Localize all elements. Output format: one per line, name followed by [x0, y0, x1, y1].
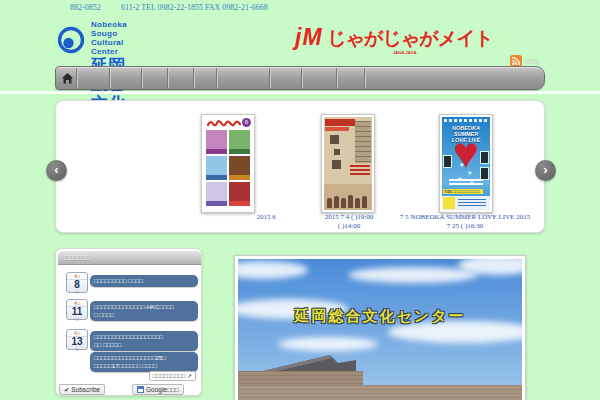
poster1-tile	[229, 156, 250, 180]
building-wall	[238, 385, 522, 400]
poster1-tile	[206, 130, 227, 154]
poster1-tile	[206, 182, 227, 206]
poster2-title-art	[330, 135, 339, 144]
event-item[interactable]: □□□□□□□□□□□□□□□□□□□ □□ □□□□□	[90, 331, 198, 351]
nav-divider	[336, 68, 338, 88]
poster1-title-art	[206, 118, 246, 128]
main-nav	[55, 66, 545, 90]
poster3-footer-text	[458, 199, 486, 207]
poster2-text-block	[350, 165, 370, 177]
poster3-topline	[444, 119, 488, 122]
google-calendar-button[interactable]: Google□□□	[132, 384, 184, 395]
nav-divider	[301, 68, 303, 88]
poster2-title-art	[334, 149, 340, 155]
home-icon[interactable]	[61, 72, 74, 85]
jagajaga-subtext: JAGA-JAGA	[393, 50, 417, 55]
poster1-tile	[206, 156, 227, 180]
poster-summer-love-live[interactable]: NOBEOKA SUMMER LOVE LIVE ♥♥♥♥♥ 7/25 □□□□…	[439, 114, 493, 213]
event-calendar-widget: □□□□□□ 4□ 8 □ □□□□□□□□□ □□□□ 4□ 11 □ □□□…	[55, 248, 202, 396]
main-photo-frame: 延岡総合文化センター	[234, 255, 526, 400]
poster2-cast-photo	[324, 184, 372, 210]
jagajaga-prefix: jM	[295, 24, 323, 50]
poster-hotaru-no-koro[interactable]	[321, 114, 375, 213]
carousel-next-button[interactable]: ›	[535, 160, 556, 181]
poster2-banner2	[325, 127, 349, 131]
google-calendar-icon	[137, 386, 144, 393]
event-carousel: ‹ › 6	[55, 100, 545, 233]
badge-day: 13	[67, 337, 87, 347]
calendar-widget-header: □□□□□□	[58, 251, 201, 265]
nav-divider	[109, 68, 111, 88]
rss-label: RSS	[525, 58, 539, 65]
carousel-prev-button[interactable]: ‹	[46, 160, 67, 181]
event-item[interactable]: □□□□□□□□□ □□□□	[90, 275, 198, 287]
google-calendar-label: Google□□□	[146, 385, 179, 394]
subscribe-button[interactable]: ✔ Subscribe	[59, 384, 105, 395]
event-item[interactable]: □□□□□□□□□□□□□□-HKC□□□□ □ □□□□	[90, 301, 198, 321]
caption-slide-3[interactable]: 7 5 NOBEOKA SUMMER LOVE LIVE 2015 7 25 (…	[386, 213, 544, 231]
poster1-tile	[229, 130, 250, 154]
site-logo-icon	[57, 26, 85, 54]
jagajaga-mate-logo[interactable]: jM じゃがじゃがメイト JAGA-JAGA	[295, 24, 493, 52]
poster3-artist-photo	[480, 151, 489, 164]
main-photo: 延岡総合文化センター	[238, 259, 522, 400]
nav-divider	[167, 68, 169, 88]
event-item[interactable]: □□□□□□□□□□□□□□□□□25□ □□□□□17□□□□□□ □□□□	[90, 352, 198, 372]
poster3-date-banner: 7/25 □□□□□□□□□□□	[443, 189, 483, 194]
cloud-art	[238, 261, 308, 279]
content-top-divider	[0, 91, 600, 94]
nav-divider	[216, 68, 218, 88]
badge-dow: □	[67, 347, 87, 352]
photo-title: 延岡総合文化センター	[238, 307, 522, 326]
nav-divider	[141, 68, 143, 88]
poster2-banner	[325, 119, 355, 126]
address-contact: 611-2 TEL 0982-22-1855 FAX 0982-21-6668	[121, 3, 268, 12]
nav-divider	[269, 68, 271, 88]
nav-divider	[193, 68, 195, 88]
nav-divider	[76, 68, 78, 88]
poster3-artist-photo	[443, 155, 452, 168]
poster-jagajaga-mail[interactable]: 6	[201, 114, 255, 213]
poster1-photo-grid	[206, 130, 250, 208]
poster3-footer	[442, 196, 490, 210]
poster2-building-photo	[355, 121, 371, 163]
badge-dow: □	[67, 317, 87, 322]
poster2-title-art	[332, 160, 341, 169]
badge-day: 8	[67, 280, 87, 290]
badge-dow: □	[67, 290, 87, 295]
poster3-caption-lines	[449, 179, 483, 187]
calendar-more-link[interactable]: □□□□□□□□□ ➚	[149, 371, 196, 381]
jagajaga-text: じゃがじゃがメイト	[327, 28, 493, 49]
event-date-badge[interactable]: 4□ 11 □	[66, 299, 88, 320]
page: 882-0852 611-2 TEL 0982-22-1855 FAX 0982…	[0, 0, 600, 400]
poster3-yellow-box	[443, 197, 455, 209]
event-date-badge[interactable]: 4□ 8 □	[66, 272, 88, 293]
postal-code: 882-0852	[70, 3, 101, 12]
site-subtitle: Nobeoka Sougo Cultural Center	[91, 20, 127, 56]
event-date-badge[interactable]: 4□ 13 □	[66, 329, 88, 350]
badge-day: 11	[67, 307, 87, 317]
poster1-issue-badge: 6	[242, 118, 251, 127]
nav-divider	[364, 68, 366, 88]
cloud-art	[348, 267, 478, 283]
address-bar: 882-0852 611-2 TEL 0982-22-1855 FAX 0982…	[0, 3, 600, 14]
poster1-tile	[229, 182, 250, 206]
